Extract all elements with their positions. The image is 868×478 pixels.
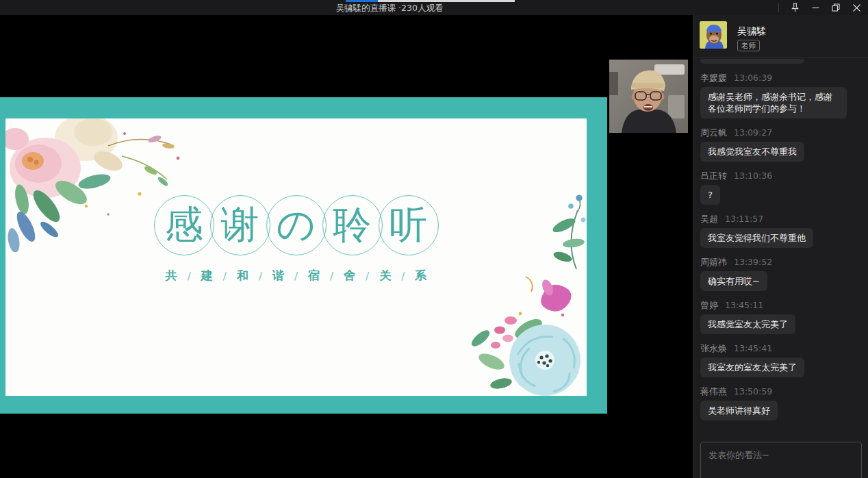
chat-message-bubble: 感谢吴老师，感谢余书记，感谢各位老师同学们的参与！: [700, 87, 847, 118]
chat-message: 周云帆13:09:27我感觉我室友不尊重我: [700, 127, 863, 162]
slide-subtitle-separator: /: [259, 270, 262, 282]
chat-message-time: 13:39:52: [734, 257, 772, 267]
chat-message-bubble: 确实有用哎~: [700, 271, 767, 291]
chat-message-author: 吴超: [700, 213, 718, 225]
chat-message-author: 吕正转: [700, 170, 727, 182]
teacher-avatar[interactable]: [700, 21, 727, 49]
chat-message-time: 13:45:11: [725, 300, 763, 310]
teacher-camera-feed[interactable]: [609, 60, 688, 133]
chat-message: 曾婷13:45:11我感觉室友太完美了: [700, 299, 863, 334]
chat-message-bubble: ?: [700, 185, 720, 205]
chat-message-head: 周云帆13:09:27: [700, 127, 863, 137]
slide-title: 感谢の聆听: [5, 195, 587, 255]
chat-header: 吴骕騥 老师: [693, 15, 868, 58]
minimize-icon: [812, 4, 819, 12]
chat-message: 蒋伟燕13:50:59吴老师讲得真好: [700, 386, 863, 420]
restore-icon: [832, 3, 840, 12]
chat-message: 张永焕13:45:41我室友的室友太完美了: [700, 342, 863, 377]
chat-message-bubble: 欢迎吴老师！辛苦啦！: [700, 59, 804, 64]
pin-icon: [791, 3, 800, 12]
chat-message-bubble: 吴老师讲得真好: [700, 401, 778, 420]
chat-message-bubble: 我室友觉得我们不尊重他: [700, 228, 813, 248]
chat-message-author: 曾婷: [700, 299, 718, 312]
presentation-slide: 感谢の聆听 共/建/和/谐/宿/舍/关/系: [0, 97, 607, 414]
chat-message-time: 13:09:27: [734, 127, 772, 138]
chat-message-list[interactable]: 欢迎吴老师！辛苦啦！李媛媛13:06:39感谢吴老师，感谢余书记，感谢各位老师同…: [700, 59, 863, 437]
chat-input[interactable]: [701, 442, 861, 478]
slide-title-char: の: [266, 195, 327, 255]
flower-decoration-bottom-right: [460, 273, 587, 396]
live-class-window: 吴骕騥的直播课 ·230人观看: [0, 0, 868, 478]
chat-message-head: 周婧祎13:39:52: [700, 256, 863, 266]
chat-message-bubble: 我室友的室友太完美了: [700, 357, 804, 377]
chat-message-bubble: 我感觉我室友不尊重我: [700, 142, 804, 162]
chat-message-time: 13:10:36: [734, 171, 772, 181]
slide-subtitle-char: 建: [201, 268, 213, 284]
chat-message-head: 张永焕13:45:41: [700, 342, 863, 353]
controls-divider: [778, 3, 779, 12]
slide-subtitle-char: 和: [237, 268, 248, 284]
chat-message: 吴超13:11:57我室友觉得我们不尊重他: [700, 213, 863, 248]
slide-subtitle-char: 谐: [272, 268, 284, 284]
slide-title-char: 聆: [322, 195, 383, 255]
slide-subtitle-char: 舍: [344, 268, 355, 284]
slide-subtitle-char: 共: [166, 268, 177, 284]
chat-message: 李媛媛13:06:39感谢吴老师，感谢余书记，感谢各位老师同学们的参与！: [700, 72, 863, 118]
chat-message: 吕正转13:10:36?: [700, 170, 863, 205]
chat-message-time: 13:11:57: [725, 214, 763, 224]
chat-message-head: 吕正转13:10:36: [700, 170, 863, 180]
restore-button[interactable]: [826, 0, 846, 15]
video-stage[interactable]: 感谢の聆听 共/建/和/谐/宿/舍/关/系: [0, 15, 693, 469]
chat-message-head: 李媛媛13:06:39: [700, 72, 863, 82]
chat-message-bubble: 我感觉室友太完美了: [700, 314, 795, 334]
chat-message-time: 13:06:39: [734, 73, 772, 83]
chat-message: 周婧祎13:39:52确实有用哎~: [700, 256, 863, 291]
chat-message-author: 周云帆: [700, 127, 727, 139]
slide-subtitle-char: 宿: [308, 268, 320, 284]
chat-message-time: 13:50:59: [734, 386, 772, 397]
close-button[interactable]: [846, 0, 867, 15]
chat-message-author: 张永焕: [700, 342, 727, 355]
chat-message-author: 李媛媛: [700, 72, 727, 84]
chat-message-head: 曾婷13:45:11: [700, 299, 863, 310]
pin-button[interactable]: [784, 0, 805, 15]
slide-subtitle: 共/建/和/谐/宿/舍/关/系: [5, 268, 587, 284]
close-icon: [853, 4, 860, 12]
slide-canvas: 感谢の聆听 共/建/和/谐/宿/舍/关/系: [5, 118, 587, 396]
chat-message-author: 蒋伟燕: [700, 386, 727, 398]
slide-subtitle-separator: /: [330, 270, 333, 282]
minimize-button[interactable]: [805, 0, 826, 15]
slide-subtitle-separator: /: [366, 270, 369, 282]
chat-message-head: 吴超13:11:57: [700, 213, 863, 223]
slide-subtitle-char: 系: [415, 268, 426, 284]
slide-title-char: 感: [154, 195, 214, 255]
chat-message: 欢迎吴老师！辛苦啦！: [700, 59, 863, 64]
titlebar: 吴骕騥的直播课 ·230人观看: [0, 0, 868, 15]
chat-sidebar: 吴骕騥 老师 欢迎吴老师！辛苦啦！李媛媛13:06:39感谢吴老师，感谢余书记，…: [693, 15, 868, 478]
slide-title-char: 谢: [210, 195, 270, 255]
ac-unit: [654, 64, 685, 75]
teacher-name: 吴骕騥: [737, 25, 766, 38]
chat-message-head: 蒋伟燕13:50:59: [700, 386, 863, 396]
slide-subtitle-separator: /: [188, 270, 191, 282]
slide-subtitle-separator: /: [294, 270, 298, 282]
teacher-role-badge: 老师: [737, 40, 760, 51]
chat-message-time: 13:45:41: [734, 343, 772, 353]
window-title: 吴骕騥的直播课 ·230人观看: [0, 0, 779, 15]
slide-title-char: 听: [379, 195, 439, 255]
chat-input-box: [700, 442, 862, 478]
slide-subtitle-separator: /: [223, 270, 227, 282]
chat-message-author: 周婧祎: [700, 256, 727, 268]
slide-subtitle-separator: /: [401, 270, 405, 282]
slide-subtitle-char: 关: [379, 268, 391, 284]
window-controls: [778, 0, 867, 15]
